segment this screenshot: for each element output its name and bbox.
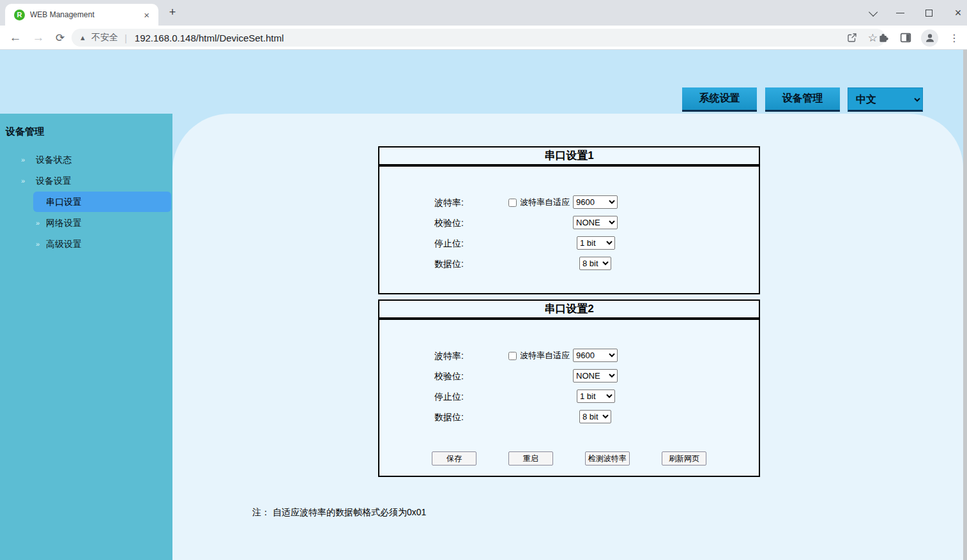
chevron-icon: » — [21, 170, 25, 192]
tab-close-icon[interactable]: × — [141, 10, 152, 20]
baud-rate-label: 波特率: — [434, 197, 464, 209]
reload-icon[interactable]: ⟳ — [51, 26, 69, 50]
bookmark-star-icon[interactable]: ☆ — [868, 31, 878, 45]
browser-titlebar: R WEB Management × + × — [0, 0, 967, 26]
chevron-icon: » — [21, 149, 25, 170]
window-chevron-icon[interactable] — [869, 7, 878, 16]
action-buttons-row: 保存 重启 检测波特率 刷新网页 — [378, 451, 760, 467]
parity-select[interactable]: NONE — [573, 216, 618, 229]
data-bit-label: 数据位: — [434, 259, 464, 270]
back-icon[interactable]: ← — [6, 26, 24, 50]
system-settings-button[interactable]: 系统设置 — [682, 87, 757, 112]
parity-label: 校验位: — [434, 218, 464, 229]
stop-bit-label: 停止位: — [434, 238, 464, 250]
tab-title: WEB Management — [30, 10, 141, 19]
browser-tab[interactable]: R WEB Management × — [5, 4, 158, 26]
chevron-icon: » — [36, 234, 40, 255]
baud-auto-label: 波特率自适应 — [520, 350, 570, 361]
sidebar: 设备管理 » 设备状态 » 设备设置 串口设置 » 网络设置 » 高级设置 — [0, 114, 172, 560]
share-icon[interactable] — [846, 32, 858, 43]
parity-label: 校验位: — [434, 371, 464, 382]
sidebar-item-advanced-settings[interactable]: » 高级设置 — [0, 234, 172, 255]
address-bar[interactable]: ▲ 不安全 | 192.168.0.148/html/DeviceSet.htm… — [72, 29, 885, 47]
stop-bit-label: 停止位: — [434, 391, 464, 403]
address-divider: | — [125, 33, 127, 43]
data-bit-select[interactable]: 8 bit — [579, 410, 611, 423]
footnote: 注： 自适应波特率的数据帧格式必须为0x01 — [252, 507, 426, 518]
sidebar-title: 设备管理 — [6, 126, 44, 138]
new-tab-button[interactable]: + — [165, 5, 180, 20]
data-bit-label: 数据位: — [434, 412, 464, 423]
sidebar-menu: » 设备状态 » 设备设置 串口设置 » 网络设置 » 高级设置 — [0, 149, 172, 255]
detect-baud-button[interactable]: 检测波特率 — [585, 451, 630, 465]
sidebar-item-serial-settings[interactable]: 串口设置 — [33, 192, 171, 212]
web-page: 设备管理 » 设备状态 » 设备设置 串口设置 » 网络设置 » 高级设置 系统… — [0, 50, 967, 560]
sidebar-item-device-settings[interactable]: » 设备设置 — [0, 170, 172, 192]
sidebar-item-device-status[interactable]: » 设备状态 — [0, 149, 172, 170]
baud-rate-select[interactable]: 9600 — [573, 349, 618, 362]
sidebar-item-network-settings[interactable]: » 网络设置 — [0, 213, 172, 234]
close-button[interactable]: × — [953, 6, 963, 20]
baud-rate-label: 波特率: — [434, 351, 464, 362]
url-text[interactable]: 192.168.0.148/html/DeviceSet.html — [135, 33, 846, 43]
serial-panel-2-title: 串口设置2 — [378, 299, 760, 319]
person-icon — [924, 32, 936, 43]
stop-bit-select[interactable]: 1 bit — [577, 390, 615, 403]
refresh-page-button[interactable]: 刷新网页 — [662, 451, 706, 465]
stop-bit-select[interactable]: 1 bit — [577, 236, 615, 250]
side-panel-icon[interactable] — [899, 31, 913, 45]
extensions-puzzle-icon[interactable] — [877, 31, 890, 45]
forward-icon: → — [29, 26, 47, 50]
baud-auto-checkbox[interactable] — [508, 199, 517, 207]
profile-avatar[interactable] — [921, 29, 938, 47]
restart-button[interactable]: 重启 — [508, 451, 553, 465]
chevron-icon: » — [36, 213, 40, 234]
serial-panel-1-title: 串口设置1 — [378, 146, 760, 165]
serial-panel-1: 波特率: 波特率自适应 9600 校验位: NONE 停止位: 1 bit 数据… — [378, 165, 760, 294]
baud-auto-label: 波特率自适应 — [520, 197, 570, 208]
save-button[interactable]: 保存 — [432, 451, 476, 465]
device-management-button[interactable]: 设备管理 — [765, 87, 840, 112]
site-favicon-icon: R — [14, 10, 25, 20]
browser-toolbar: ← → ⟳ ▲ 不安全 | 192.168.0.148/html/DeviceS… — [0, 26, 967, 50]
parity-select[interactable]: NONE — [573, 369, 618, 382]
page-scrollbar[interactable] — [963, 50, 967, 560]
baud-rate-select[interactable]: 9600 — [573, 195, 618, 209]
baud-auto-checkbox[interactable] — [508, 352, 517, 360]
not-secure-warning-icon[interactable]: ▲ — [79, 34, 86, 42]
language-select[interactable]: 中文 — [848, 87, 923, 112]
minimize-button[interactable] — [896, 13, 904, 13]
not-secure-label[interactable]: 不安全 — [91, 32, 118, 43]
maximize-button[interactable] — [925, 10, 933, 17]
data-bit-select[interactable]: 8 bit — [579, 257, 611, 270]
browser-menu-icon[interactable]: ⋮ — [947, 32, 962, 44]
window-controls: × — [867, 0, 963, 26]
